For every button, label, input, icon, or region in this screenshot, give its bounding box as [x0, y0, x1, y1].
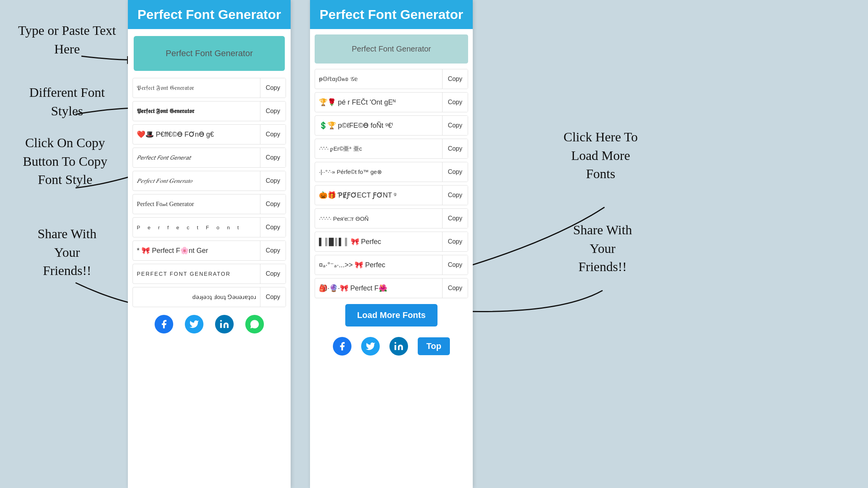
font-text-6: Perfect Fo𝓃t Generator [133, 198, 260, 210]
font-text-4: 𝘗𝘦𝘳𝘧𝘦𝘤𝘵 𝘍𝘰𝘯𝘵 𝘎𝘦𝘯𝘦𝘳𝘢𝘵 [133, 152, 260, 163]
right-copy-btn-7[interactable]: Copy [442, 232, 468, 251]
facebook-icon-left[interactable] [155, 315, 173, 333]
right-copy-btn-4[interactable]: Copy [442, 162, 468, 182]
right-font-row-0: ᵽ𝕆ŕ𝕥αȷ𝕆ᵰ𝕠 𝒢𝕖 Copy [315, 69, 468, 89]
svg-point-2 [394, 342, 396, 344]
font-row-2: 𝕻𝖊𝖗𝖋𝖊𝖈𝖙 𝕱𝖔𝖓𝖙 𝕲𝖊𝖓𝖊𝖗𝖆𝖙𝖔𝖗 Copy [133, 101, 286, 121]
right-font-text-3: ·'·'·'· ᵱEr©亜ᵃ 亜c [315, 143, 442, 155]
right-font-row-8: ¤ₐ·°⁻ₐ·...>> 🎀 Perfec Copy [315, 255, 468, 275]
left-panel-header: Perfect Font Generator [128, 0, 291, 29]
font-text-9: PERFECT FONT GENERATOR [133, 268, 260, 279]
copy-btn-7[interactable]: Copy [260, 218, 286, 237]
right-font-text-4: ·|··°·'·» Pérfe©t fo™ ge⊗ [315, 166, 442, 178]
right-copy-btn-1[interactable]: Copy [442, 93, 468, 112]
font-row-1: 𝔓𝔢𝔯𝔣𝔢𝔠𝔱 𝔉𝔬𝔫𝔱 𝔊𝔢𝔫𝔢𝔯𝔞𝔱𝔬𝔯 Copy [133, 78, 286, 98]
annotation-type-paste: Type or Paste TextHere [11, 21, 123, 58]
font-text-7: P e r f e c t F o n t [133, 222, 260, 233]
font-text-10: ɹoʇɐɹǝuǝ⅁ ʇuoℲ ʇɔǝɟɹǝd [133, 291, 260, 303]
right-panel-header: Perfect Font Generator [310, 0, 473, 29]
copy-btn-8[interactable]: Copy [260, 241, 286, 260]
right-font-text-1: 🏆🌹 pé r FEČt 'Ont gEᴺ [315, 96, 442, 109]
font-row-9: PERFECT FONT GENERATOR Copy [133, 264, 286, 284]
copy-btn-6[interactable]: Copy [260, 194, 286, 214]
copy-btn-2[interactable]: Copy [260, 101, 286, 121]
annotation-click-copy: Click On CopyButton To CopyFont Style [7, 134, 123, 189]
svg-point-1 [220, 320, 222, 321]
right-font-row-1: 🏆🌹 pé r FEČt 'Ont gEᴺ Copy [315, 92, 468, 112]
right-social-bar: Top [310, 332, 473, 363]
top-button[interactable]: Top [418, 337, 450, 355]
right-copy-btn-0[interactable]: Copy [442, 69, 468, 89]
font-text-1: 𝔓𝔢𝔯𝔣𝔢𝔠𝔱 𝔉𝔬𝔫𝔱 𝔊𝔢𝔫𝔢𝔯𝔞𝔱𝔬𝔯 [133, 82, 260, 94]
right-font-text-5: 🎃🎁 ƤɆƑƠECT ƑƠNT ᵍ [315, 189, 442, 202]
copy-btn-10[interactable]: Copy [260, 287, 286, 307]
right-font-row-7: ▌║█║▌║ 🎀 Perfec Copy [315, 232, 468, 252]
facebook-icon-right[interactable] [333, 337, 351, 356]
right-copy-btn-5[interactable]: Copy [442, 186, 468, 205]
font-row-5: 𝑃𝑒𝑟𝑓𝑒𝑐𝑡 𝐹𝑜𝑛𝑡 𝐺𝑒𝑛𝑒𝑟𝑎𝑡𝑜 Copy [133, 171, 286, 191]
copy-btn-5[interactable]: Copy [260, 171, 286, 191]
left-social-bar [128, 310, 291, 341]
font-row-10: ɹoʇɐɹǝuǝ⅁ ʇuoℲ ʇɔǝɟɹǝd Copy [133, 287, 286, 307]
right-font-text-9: 🎒·🔮·🎀 Perfect F🌺 [315, 282, 442, 295]
right-font-text-0: ᵽ𝕆ŕ𝕥αȷ𝕆ᵰ𝕠 𝒢𝕖 [315, 73, 442, 85]
font-text-3: ❤️🎩 P€ff€©Ɵ FƠnƟ g€ [133, 128, 260, 141]
right-font-row-5: 🎃🎁 ƤɆƑƠECT ƑƠNT ᵍ Copy [315, 185, 468, 205]
right-font-row-9: 🎒·🔮·🎀 Perfect F🌺 Copy [315, 278, 468, 298]
right-font-text-8: ¤ₐ·°⁻ₐ·...>> 🎀 Perfec [315, 258, 442, 271]
twitter-icon-right[interactable] [361, 337, 380, 356]
font-text-8: * 🎀 Perfect F🌸nt Ger [133, 244, 260, 257]
right-copy-btn-2[interactable]: Copy [442, 116, 468, 135]
font-row-7: P e r f e c t F o n t Copy [133, 217, 286, 237]
right-font-text-7: ▌║█║▌║ 🎀 Perfec [315, 235, 442, 248]
right-panel: Perfect Font Generator Perfect Font Gene… [310, 0, 473, 488]
annotation-share-right: Share WithYourFriends!! [548, 221, 657, 276]
copy-btn-4[interactable]: Copy [260, 148, 286, 167]
annotation-share-left: Share WithYourFriends!! [11, 225, 123, 280]
right-font-row-4: ·|··°·'·» Pérfe©t fo™ ge⊗ Copy [315, 162, 468, 182]
right-font-row-2: 💲🏆 p©ℓFE©Ɵ foÑt ᵍ€ᴵ Copy [315, 115, 468, 136]
font-text-5: 𝑃𝑒𝑟𝑓𝑒𝑐𝑡 𝐹𝑜𝑛𝑡 𝐺𝑒𝑛𝑒𝑟𝑎𝑡𝑜 [133, 175, 260, 187]
right-copy-btn-3[interactable]: Copy [442, 139, 468, 158]
linkedin-icon-left[interactable] [215, 315, 234, 333]
font-row-3: ❤️🎩 P€ff€©Ɵ FƠnƟ g€ Copy [133, 124, 286, 144]
right-font-text-2: 💲🏆 p©ℓFE©Ɵ foÑt ᵍ€ᴵ [315, 119, 442, 132]
copy-btn-1[interactable]: Copy [260, 78, 286, 98]
left-panel-input[interactable]: Perfect Font Generator [134, 36, 285, 71]
annotation-diff-fonts: Different FontStyles [11, 83, 123, 120]
right-copy-btn-6[interactable]: Copy [442, 209, 468, 228]
twitter-icon-left[interactable] [185, 315, 203, 333]
right-panel-input[interactable]: Perfect Font Generator [315, 34, 468, 64]
font-row-6: Perfect Fo𝓃t Generator Copy [133, 194, 286, 214]
right-copy-btn-9[interactable]: Copy [442, 278, 468, 298]
font-text-2: 𝕻𝖊𝖗𝖋𝖊𝖈𝖙 𝕱𝖔𝖓𝖙 𝕲𝖊𝖓𝖊𝖗𝖆𝖙𝖔𝖗 [133, 105, 260, 117]
right-font-row-6: ·'·'·'·'· Pея'e□т ΘOÑ Copy [315, 208, 468, 229]
copy-btn-3[interactable]: Copy [260, 125, 286, 144]
linkedin-icon-right[interactable] [389, 337, 408, 356]
copy-btn-9[interactable]: Copy [260, 264, 286, 284]
font-row-8: * 🎀 Perfect F🌸nt Ger Copy [133, 241, 286, 261]
font-row-4: 𝘗𝘦𝘳𝘧𝘦𝘤𝘵 𝘍𝘰𝘯𝘵 𝘎𝘦𝘯𝘦𝘳𝘢𝘵 Copy [133, 148, 286, 168]
right-font-text-6: ·'·'·'·'· Pея'e□т ΘOÑ [315, 213, 442, 224]
right-font-row-3: ·'·'·'· ᵱEr©亜ᵃ 亜c Copy [315, 139, 468, 159]
annotation-load-more: Click Here ToLoad MoreFonts [542, 128, 659, 183]
right-copy-btn-8[interactable]: Copy [442, 255, 468, 275]
whatsapp-icon-left[interactable] [245, 315, 264, 333]
left-panel: Perfect Font Generator Perfect Font Gene… [128, 0, 291, 488]
load-more-button[interactable]: Load More Fonts [345, 304, 437, 326]
